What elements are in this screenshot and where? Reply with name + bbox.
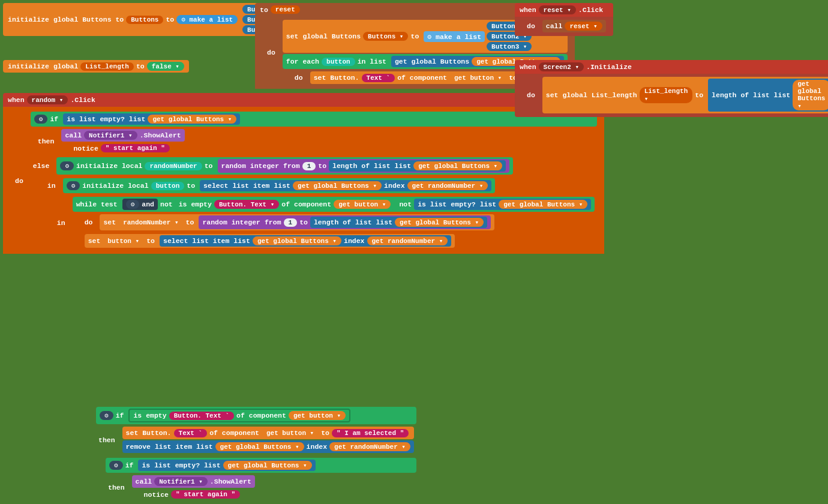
gear-if[interactable]: ⚙ — [34, 115, 48, 124]
reset-proc[interactable]: reset — [271, 5, 300, 14]
button-each[interactable]: button — [322, 58, 355, 66]
gear-if2[interactable]: ⚙ — [100, 411, 113, 420]
num-1-a[interactable]: 1 — [302, 162, 316, 170]
get-button-1[interactable]: get button ▾ — [334, 200, 391, 209]
call-reset[interactable]: reset ▾ — [565, 22, 602, 31]
button-text-2[interactable]: Button. Text ` — [169, 412, 234, 420]
get-random-number-1[interactable]: get randomNumber ▾ — [407, 181, 488, 190]
random-number-var[interactable]: randomNumber — [145, 162, 202, 170]
gear-if3[interactable]: ⚙ — [109, 461, 123, 470]
list-length-set[interactable]: List_length ▾ — [640, 87, 693, 103]
get-global-buttons-6[interactable]: get global Buttons ▾ — [253, 236, 341, 245]
i-am-selected[interactable]: " I am selected " — [332, 429, 409, 437]
gear-local[interactable]: ⚙ — [60, 161, 74, 170]
blocks-canvas: { "title": "MIT App Inventor Blocks Edit… — [0, 0, 828, 504]
buttons-var[interactable]: Buttons — [126, 16, 163, 24]
global-buttons-set[interactable]: Buttons ▾ — [363, 32, 408, 41]
random-component[interactable]: random ▾ — [27, 95, 68, 104]
get-button-loop[interactable]: get button ▾ — [449, 73, 506, 82]
get-global-buttons-3[interactable]: get global Buttons ▾ — [293, 181, 382, 190]
reset-component[interactable]: reset ▾ — [539, 5, 576, 14]
get-global-buttons-2[interactable]: get global Buttons ▾ — [413, 161, 502, 170]
get-button-3[interactable]: get button ▾ — [262, 428, 319, 437]
screen2-component[interactable]: Screen2 ▾ — [539, 62, 584, 71]
get-global-buttons-7[interactable]: get global Buttons ▾ — [215, 442, 304, 451]
gear-and[interactable]: ⚙ — [126, 200, 140, 209]
random-number-set[interactable]: randomNumber ▾ — [118, 218, 183, 227]
init-buttons-label: initialize global Buttons to — [8, 16, 124, 23]
button-text-set[interactable]: Text ` — [174, 429, 208, 437]
init-list-length-label: initialize global — [8, 62, 78, 70]
button3b-pill[interactable]: Button3 ▾ — [487, 42, 532, 51]
get-random-number-3[interactable]: get randomNumber ▾ — [329, 442, 410, 451]
list-length-var[interactable]: List_length — [80, 62, 134, 71]
notifier1-1[interactable]: Notifier1 ▾ — [84, 131, 137, 140]
text-set-loop[interactable]: Text ` — [362, 74, 395, 82]
notifier1-2[interactable]: Notifier1 ▾ — [154, 477, 208, 486]
get-global-buttons-5[interactable]: get global Buttons ▾ — [395, 218, 484, 227]
get-button-2[interactable]: get button ▾ — [289, 411, 346, 420]
button-var[interactable]: button — [151, 182, 185, 190]
get-random-number-2[interactable]: get randomNumber ▾ — [367, 236, 448, 245]
start-again-2[interactable]: " start again " — [171, 490, 240, 499]
num-1-b[interactable]: 1 — [284, 218, 298, 227]
make-a-list-btn[interactable]: ⚙ make a list — [176, 15, 238, 24]
start-again-1[interactable]: " start again " — [101, 144, 170, 152]
get-global-buttons-4[interactable]: get global Buttons ▾ — [499, 200, 587, 209]
button-set[interactable]: button ▾ — [103, 236, 144, 245]
get-global-buttons-1[interactable]: get global Buttons ▾ — [148, 115, 236, 124]
get-global-buttons-8[interactable]: get global Buttons ▾ — [223, 461, 312, 470]
button-text-1[interactable]: Button. Text ▾ — [214, 200, 279, 209]
get-global-buttons-s2[interactable]: get global Buttons ▾ — [793, 80, 828, 110]
false-val[interactable]: false ▾ — [147, 62, 184, 71]
gear-local-btn[interactable]: ⚙ — [67, 181, 80, 190]
